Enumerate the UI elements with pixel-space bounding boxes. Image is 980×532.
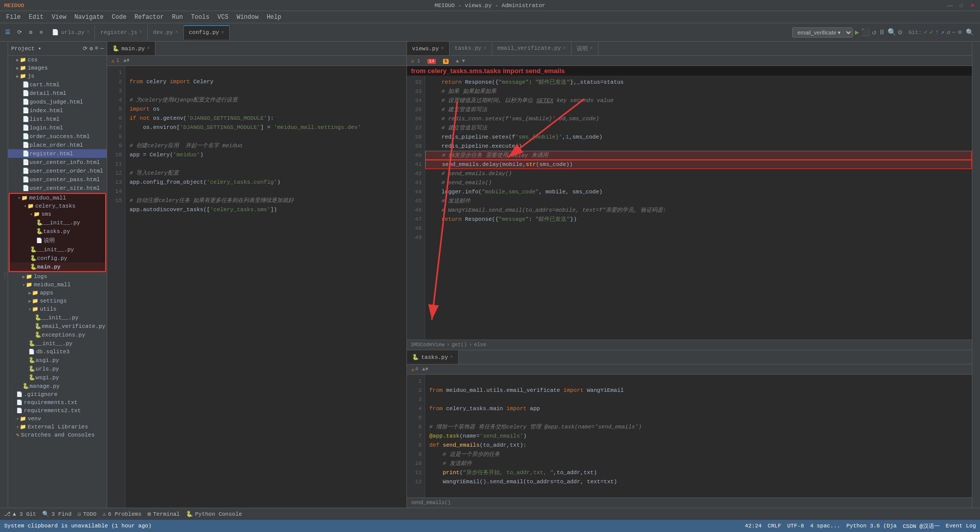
pause-button[interactable]: ⏸ (878, 28, 886, 37)
left-nav-down[interactable]: ▼ (127, 58, 130, 63)
tab-tasks-bottom[interactable]: 🐍 tasks.py × (407, 350, 459, 364)
menu-edit[interactable]: Edit (25, 13, 48, 22)
toolbar-btn2[interactable]: ⚙ (26, 27, 36, 37)
tab-close-views[interactable]: × (441, 46, 444, 51)
tree-item-css[interactable]: ▶📁css (8, 56, 107, 64)
tree-item-meiduo-mall2[interactable]: ▾📁meiduo_mall (8, 281, 107, 289)
tree-item-user-center-site[interactable]: 📄user_center_site.html (8, 184, 107, 192)
sidebar-action-4[interactable]: — (100, 45, 104, 52)
right-top-code-editor[interactable]: 3233343536 3738394041 4243444546 474849 … (407, 76, 972, 340)
stop-button[interactable]: ⬛ (861, 28, 870, 37)
tree-item-sqlite3[interactable]: 📄db.sqlite3 (8, 348, 107, 356)
search-global-icon[interactable]: 🔍 (966, 28, 974, 37)
git-refresh-icon[interactable]: ↺ (946, 28, 950, 36)
tree-item-logs[interactable]: ▶📁logs (8, 273, 107, 281)
menu-help[interactable]: Help (263, 13, 286, 22)
tree-item-meiduo-mall[interactable]: ▾📁meiduo_mall (10, 194, 105, 202)
tree-item-asgi[interactable]: 🐍asgi.py (8, 356, 107, 364)
tree-item-images[interactable]: ▶📁images (8, 64, 107, 72)
tree-item-external-libs[interactable]: ▾📁External Libraries (8, 423, 107, 431)
git-back-icon[interactable]: ← (953, 29, 956, 36)
tree-item-urls[interactable]: 🐍urls.py (8, 364, 107, 373)
sidebar-action-2[interactable]: ⚙ (89, 45, 93, 52)
tree-item-register[interactable]: 📄register.html (8, 149, 107, 158)
tab-close-tasks[interactable]: × (484, 46, 487, 51)
nav-down-icon[interactable]: ▼ (462, 58, 465, 64)
tab-close[interactable]: × (139, 29, 142, 35)
run-button[interactable]: ▶ (855, 28, 859, 37)
tree-item-sms-init[interactable]: 🐍__init__.py (10, 218, 105, 227)
tree-item-list[interactable]: 📄list.html (8, 115, 107, 123)
close-button[interactable]: ✕ (969, 2, 976, 9)
menu-file[interactable]: File (2, 13, 25, 22)
tree-item-detail[interactable]: 📄detail.html (8, 89, 107, 97)
tab-email-verificate[interactable]: email_verificate.py × (492, 42, 572, 55)
tree-item-cart[interactable]: 📄cart.html (8, 80, 107, 89)
tree-item-index[interactable]: 📄index.html (8, 106, 107, 115)
tree-item-order-success[interactable]: 📄order_success.html (8, 132, 107, 141)
tree-item-sms-doc[interactable]: 📄说明 (10, 236, 105, 245)
right-bottom-code-editor[interactable]: 12345 678910 1112 from meiduo_mall.utils… (407, 375, 972, 497)
tree-item-apps[interactable]: ▶📁apps (8, 289, 107, 297)
tab-close[interactable]: × (175, 29, 178, 35)
tree-item-user-center-info[interactable]: 📄user_center_info.html (8, 158, 107, 167)
menu-view[interactable]: View (48, 13, 71, 22)
find-status[interactable]: 🔍 3 Find (42, 511, 72, 517)
minimize-button[interactable]: — (946, 2, 954, 9)
tree-item-user-center-order[interactable]: 📄user_center_order.html (8, 167, 107, 175)
tree-item-scratches[interactable]: ✎Scratches and Consoles (8, 431, 107, 439)
search-run-button[interactable]: 🔍 (888, 28, 896, 37)
run-config-dropdown[interactable]: email_verificate ▾ (792, 27, 853, 38)
tree-item-celery-tasks[interactable]: ▾📁celery_tasks (10, 202, 105, 210)
git-up-icon[interactable]: ↑ (935, 29, 939, 36)
toolbar-btn1[interactable]: ⟳ (14, 27, 25, 37)
tab-config-py[interactable]: config.py × (184, 25, 230, 40)
menu-tools[interactable]: Tools (187, 13, 213, 22)
tree-item-requirements[interactable]: 📄requirements.txt (8, 398, 107, 407)
git-arrow-icon[interactable]: ↗ (941, 28, 944, 36)
nav-down-icon2[interactable]: ▼ (425, 367, 428, 372)
menu-refactor[interactable]: Refactor (131, 13, 168, 22)
tab-main-py[interactable]: 🐍 main.py × (107, 42, 155, 55)
python-console-status[interactable]: 🐍 Python Console (186, 511, 242, 517)
maximize-button[interactable]: □ (958, 2, 965, 9)
project-btn[interactable]: ☰ (2, 27, 13, 37)
right-bottom-code-content[interactable]: from meiduo_mall.utils.email_verificate … (425, 375, 972, 497)
tab-urls-py[interactable]: 📄 urls.py × (47, 25, 95, 40)
tab-close-note[interactable]: × (590, 46, 593, 51)
left-code-editor[interactable]: 12345 678910 1112131415 from celery impo… (107, 66, 406, 508)
tree-item-utils[interactable]: ▾📁utils (8, 305, 107, 313)
tree-item-requirements2[interactable]: 📄requirements2.txt (8, 407, 107, 415)
tree-item-email-verificate[interactable]: 🐍email_verificate.py (8, 322, 107, 330)
tree-item-wsgi[interactable]: 🐍wsgi.py (8, 373, 107, 382)
tree-item-sms[interactable]: ▾📁sms (10, 210, 105, 218)
git-status[interactable]: ⎇ ▲ 3 Git (4, 511, 36, 517)
tree-item-gitignore[interactable]: 📄.gitignore (8, 390, 107, 398)
tree-item-login[interactable]: 📄login.html (8, 123, 107, 132)
tab-close[interactable]: × (221, 30, 224, 36)
tree-item-exceptions[interactable]: 🐍exceptions.py (8, 330, 107, 339)
tree-item-settings[interactable]: ▶📁settings (8, 297, 107, 305)
tree-item-main-py[interactable]: 🐍main.py (10, 262, 105, 271)
tree-item-sms-tasks[interactable]: 🐍tasks.py (10, 227, 105, 236)
rerun-button[interactable]: ↺ (872, 28, 876, 37)
git-config-icon[interactable]: ⚙ (958, 28, 962, 36)
sidebar-action-1[interactable]: ⟳ (83, 45, 87, 52)
git-check-icon[interactable]: ✓ (924, 28, 927, 36)
toolbar-btn3[interactable]: ≡ (37, 28, 46, 37)
tree-item-user-center-pass[interactable]: 📄user_center_pass.html (8, 175, 107, 184)
menu-run[interactable]: Run (168, 13, 187, 22)
nav-up-icon[interactable]: ▲ (456, 58, 459, 64)
tree-item-config[interactable]: 🐍config.py (10, 254, 105, 262)
menu-code[interactable]: Code (108, 13, 131, 22)
tree-item-manage[interactable]: 🐍manage.py (8, 382, 107, 390)
tab-tasks-py-right[interactable]: tasks.py × (450, 42, 492, 55)
git-check2-icon[interactable]: ✓ (930, 28, 933, 36)
tab-close[interactable]: × (86, 29, 89, 35)
menu-window[interactable]: Window (233, 13, 263, 22)
todo-status[interactable]: ☑ TODO (78, 511, 97, 517)
problems-status[interactable]: ⚠ 6 Problems (103, 511, 142, 517)
terminal-status[interactable]: ⊞ Terminal (148, 511, 180, 517)
event-log[interactable]: Event Log (946, 523, 976, 529)
tab-close-main[interactable]: × (147, 46, 150, 51)
